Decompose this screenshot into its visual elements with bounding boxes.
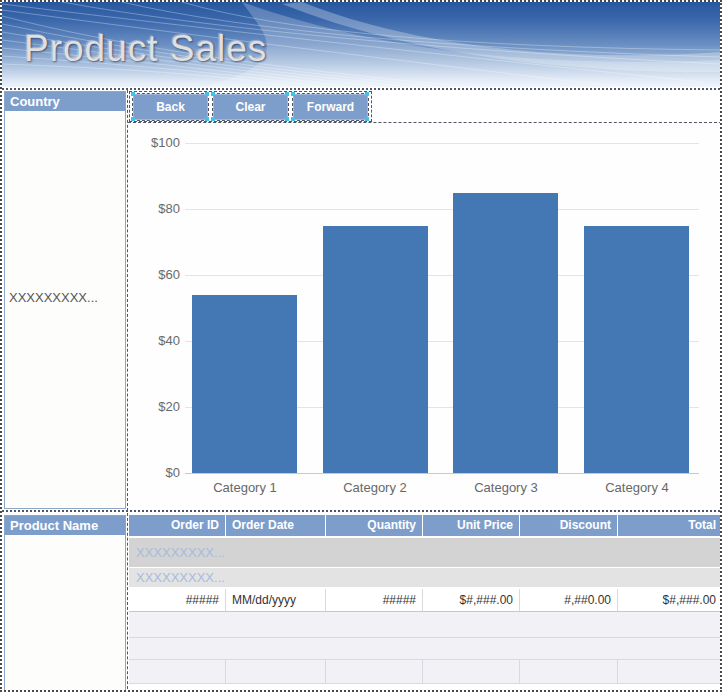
detail-order-id: ##### [129, 589, 226, 611]
y-axis-tick: $60 [134, 267, 180, 282]
navigation-toolbar: Back Clear Forward [129, 91, 372, 122]
report-canvas: Product Sales Country XXXXXXXXX... Back … [0, 0, 722, 692]
forward-button[interactable]: Forward [293, 94, 368, 120]
bar-category-4[interactable] [584, 226, 689, 474]
x-axis-category-label: Category 4 [572, 480, 702, 495]
page-title: Product Sales [24, 28, 267, 70]
bar-chart: $100$80$60$40$20$0Category 1Category 2Ca… [128, 122, 722, 510]
country-filter-panel: Country XXXXXXXXX... [4, 91, 126, 509]
empty-cell [423, 660, 520, 683]
empty-table-row [129, 638, 722, 660]
band-separator [2, 88, 720, 90]
clear-button[interactable]: Clear [213, 94, 288, 120]
bar-category-2[interactable] [323, 226, 428, 474]
product-name-filter-panel: Product Name [4, 515, 126, 692]
empty-table-row [129, 660, 722, 684]
product-panel-header: Product Name [5, 516, 125, 536]
gridline [185, 143, 699, 144]
detail-order-date: MM/dd/yyyy [226, 589, 326, 611]
column-header-discount: Discount [520, 515, 618, 536]
detail-unit-price: $#,###.00 [423, 589, 520, 611]
band-separator [2, 510, 720, 512]
y-axis-tick: $80 [134, 201, 180, 216]
back-button[interactable]: Back [133, 94, 208, 120]
empty-cell [326, 660, 423, 683]
bar-category-3[interactable] [453, 193, 558, 474]
y-axis-tick: $20 [134, 399, 180, 414]
detail-total: $#,###.00 [618, 589, 722, 611]
empty-cell [129, 660, 226, 683]
x-axis-category-label: Category 2 [310, 480, 440, 495]
country-panel-header: Country [5, 92, 125, 112]
detail-quantity: ##### [326, 589, 423, 611]
region-divider [127, 513, 128, 692]
column-header-unit-price: Unit Price [423, 515, 520, 536]
x-axis-category-label: Category 1 [180, 480, 310, 495]
empty-cell [226, 660, 326, 683]
column-header-quantity: Quantity [326, 515, 423, 536]
detail-discount: #,##0.00 [520, 589, 618, 611]
empty-cell [618, 660, 722, 683]
bar-category-1[interactable] [192, 295, 297, 473]
column-header-order-id: Order ID [129, 515, 226, 536]
column-header-total: Total [618, 515, 722, 536]
empty-table-row [129, 612, 722, 638]
column-header-order-date: Order Date [226, 515, 326, 536]
x-axis-category-label: Category 3 [441, 480, 571, 495]
gridline [185, 209, 699, 210]
gridline [185, 473, 699, 474]
country-list-item[interactable]: XXXXXXXXX... [9, 290, 98, 305]
group-header-row-1[interactable]: XXXXXXXXX... [129, 538, 722, 567]
group-header-row-2[interactable]: XXXXXXXXX... [129, 568, 722, 587]
y-axis-tick: $0 [134, 465, 180, 480]
orders-table: Order ID Order Date Quantity Unit Price … [129, 515, 722, 684]
y-axis-tick: $100 [134, 135, 180, 150]
banner: Product Sales [2, 2, 720, 87]
table-header-row: Order ID Order Date Quantity Unit Price … [129, 515, 722, 536]
empty-cell [520, 660, 618, 683]
table-detail-row: ##### MM/dd/yyyy ##### $#,###.00 #,##0.0… [129, 589, 722, 612]
y-axis-tick: $40 [134, 333, 180, 348]
